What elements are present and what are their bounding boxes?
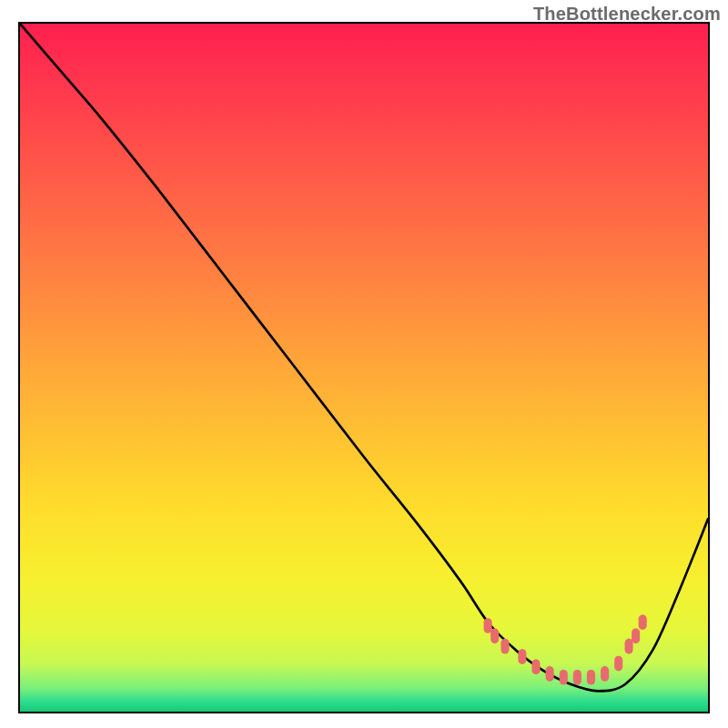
highlight-dot [639, 614, 647, 630]
plot-area [18, 22, 710, 713]
highlight-dot [490, 629, 499, 644]
marker-group [484, 614, 647, 684]
highlight-dot [614, 656, 622, 672]
watermark-text: TheBottlenecker.com [533, 4, 721, 25]
highlight-dot [601, 666, 609, 682]
highlight-dot [546, 666, 554, 682]
highlight-dot [632, 629, 640, 644]
highlight-dot [587, 670, 595, 685]
highlight-dot [573, 670, 581, 685]
highlight-dot [560, 670, 568, 685]
highlight-dot [625, 639, 633, 654]
highlight-dot [500, 639, 509, 654]
highlight-dot [484, 618, 492, 633]
bottleneck-curve [20, 24, 708, 691]
highlight-dot [531, 660, 540, 675]
highlight-dot [518, 649, 526, 664]
chart-stage: TheBottlenecker.com [0, 0, 728, 728]
curve-layer [20, 24, 708, 712]
